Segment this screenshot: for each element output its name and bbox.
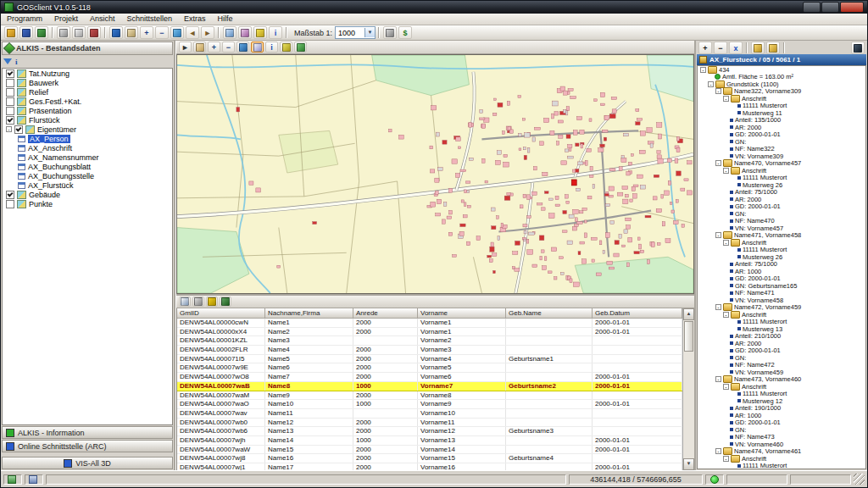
parcel-tree-row[interactable]: Musterweg 26 [698, 181, 865, 189]
column-header[interactable]: Anrede [353, 308, 418, 319]
tree-toggle[interactable]: - [715, 232, 721, 238]
parcel-tree-row[interactable]: NF: Name472 [698, 362, 865, 369]
parcel-tree-row[interactable]: -Name471, Vorname458 [698, 232, 865, 240]
tree-toggle[interactable]: - [700, 67, 706, 73]
layer-checkbox[interactable] [6, 191, 14, 199]
parcel-tree-row[interactable]: Musterweg 26 [698, 253, 865, 261]
tree-toggle[interactable]: - [723, 240, 729, 246]
parcel-tree-row[interactable]: GD: 2000-01-01 [698, 419, 865, 427]
record-window-icon[interactable] [179, 297, 191, 307]
minimize-button[interactable] [803, 2, 821, 13]
tree-toggle[interactable]: - [723, 168, 729, 174]
layer-row[interactable]: AX_Buchungsblatt [3, 162, 172, 171]
table-row[interactable]: DENW54AL00000xX4Name22000Vorname12000-01… [177, 328, 682, 337]
print-icon[interactable] [57, 26, 70, 39]
filter-icon[interactable] [206, 297, 218, 307]
switcher-online-schnittstelle-arc-[interactable]: Online Schnittstelle (ARC) [2, 440, 173, 452]
tree-toggle[interactable]: - [715, 376, 721, 382]
table-row[interactable]: DENW54AL00007waBName81000Vorname7Geburts… [177, 382, 682, 391]
parcel-tree-row[interactable]: Anteil: 135/1000 [698, 117, 865, 125]
parcel-tree-row[interactable]: 11111 Musterort [698, 175, 865, 182]
menu-hilfe[interactable]: Hilfe [212, 14, 239, 25]
zoom-out-icon[interactable]: − [222, 42, 235, 53]
layer-checkbox[interactable] [14, 125, 23, 134]
scale-combo[interactable]: 1000 ▼ [335, 26, 376, 39]
layer-row[interactable]: AX_Anschrift [3, 143, 172, 152]
layer-checkbox[interactable] [6, 79, 14, 87]
layer-row[interactable]: Tat.Nutzung [3, 69, 172, 78]
parcel-tree-row[interactable]: 11111 Musterort [698, 463, 865, 470]
zoom-in-icon[interactable]: + [140, 26, 153, 39]
map-viewport[interactable] [176, 54, 694, 294]
parcel-tree-row[interactable]: NF: Name471 [698, 290, 865, 297]
print-map-icon[interactable] [383, 26, 397, 39]
parcel-tree-row[interactable]: -Anschrift [698, 95, 865, 103]
select-parcel-icon[interactable] [251, 42, 264, 53]
close-icon[interactable]: x [729, 42, 743, 54]
chevron-down-icon[interactable]: ▼ [364, 28, 375, 37]
save-icon[interactable] [19, 26, 33, 39]
parcel-tree-row[interactable]: VN: Vorname309 [698, 152, 865, 160]
parcel-tree-row[interactable]: GN: [698, 354, 865, 362]
layer-row[interactable]: Präsentation [3, 106, 172, 115]
parcel-tree-row[interactable]: GN: [698, 426, 865, 434]
maximize-button[interactable] [821, 2, 839, 13]
menu-ansicht[interactable]: Ansicht [84, 14, 121, 25]
layer-row[interactable]: Punkte [3, 199, 172, 208]
parcel-tree-row[interactable]: GD: 2000-01-01 [698, 347, 865, 355]
costs-icon[interactable]: $ [398, 26, 412, 39]
parcel-tree-row[interactable]: NF: Name473 [698, 434, 865, 441]
tree-toggle[interactable]: - [723, 312, 729, 318]
select-icon[interactable] [109, 26, 123, 39]
layer-checkbox[interactable] [6, 97, 14, 106]
export-table-icon[interactable] [220, 297, 231, 307]
parcel-tree-row[interactable]: 11111 Musterort [698, 391, 865, 398]
table-row[interactable]: DENW54AL00000cwNName12000Vorname12000-01… [177, 319, 682, 328]
menu-extras[interactable]: Extras [178, 14, 212, 25]
filter-icon[interactable] [3, 58, 12, 64]
parcel-tree-row[interactable]: Anteil: 75/1000 [698, 261, 865, 269]
parcel-tree-row[interactable]: Musterweg 13 [698, 325, 865, 333]
parcel-tree-row[interactable]: AR: 2000 [698, 124, 865, 131]
full-extent-icon[interactable] [236, 42, 249, 53]
tree-toggle[interactable]: - [723, 384, 729, 390]
table-row[interactable]: DENW54AL00007wO8Name72000Vorname62000-01… [177, 373, 682, 382]
parcel-tree-row[interactable]: AR: 1000 [698, 268, 865, 275]
parcel-tree-row[interactable]: -Grundstück (1100) [698, 80, 865, 88]
import-icon[interactable] [35, 26, 48, 39]
tree-toggle[interactable]: - [708, 81, 714, 87]
table-row[interactable]: DENW54AL00007wj8Name162000Vorname15Gebur… [177, 454, 682, 463]
zoom-in-icon[interactable]: + [208, 42, 220, 53]
measure-icon[interactable] [280, 42, 292, 53]
parcel-tree-row[interactable]: GN: [698, 210, 865, 218]
table-row[interactable]: DENW54AL00007wb0Name122000Vorname11 [177, 419, 682, 428]
parcel-tree-row[interactable]: GD: 2000-01-01 [698, 275, 865, 283]
switcher-alkis-information[interactable]: ALKIS - Information [2, 426, 173, 439]
table-row[interactable]: DENW54AL00007w9EName62000Vorname5 [177, 363, 682, 373]
layer-row[interactable]: Gebäude [3, 190, 172, 199]
layer-row[interactable]: Flurstück [3, 115, 172, 125]
collapse-all-icon[interactable] [766, 42, 780, 54]
column-header[interactable]: Nachname,Firma [265, 308, 353, 319]
next-view-icon[interactable]: ► [201, 26, 214, 39]
close-button[interactable] [840, 2, 864, 13]
measure-icon[interactable] [253, 26, 267, 39]
tree-toggle[interactable]: - [715, 160, 721, 166]
table-scrollbar[interactable]: ▲ ▼ [682, 308, 694, 470]
layer-row[interactable]: AX_Buchungsstelle [3, 171, 172, 180]
tree-toggle[interactable]: - [723, 96, 729, 102]
parcel-tree-row[interactable]: GN: Geburtsname165 [698, 282, 865, 290]
parcel-tree-row[interactable]: 11111 Musterort [698, 319, 865, 326]
layer-row[interactable]: AX_Namensnummer [3, 152, 172, 162]
layer-row[interactable]: -Eigentümer [3, 125, 172, 134]
column-header[interactable]: Geb.Datum [593, 308, 682, 319]
parcel-tree-row[interactable]: -434 [698, 66, 865, 74]
tree-toggle[interactable]: - [6, 126, 12, 132]
parcel-tree-row[interactable]: AR: 2000 [698, 196, 865, 203]
parcel-tree-row[interactable]: 11111 Musterort [698, 247, 865, 254]
layer-row[interactable]: AX_Flurstück [3, 180, 172, 190]
print-table-icon[interactable] [192, 297, 204, 307]
open-project-icon[interactable] [4, 26, 18, 39]
table-row[interactable]: DENW54AL00007wjhName141000Vorname132000-… [177, 436, 682, 446]
layer-checkbox[interactable] [6, 69, 14, 78]
